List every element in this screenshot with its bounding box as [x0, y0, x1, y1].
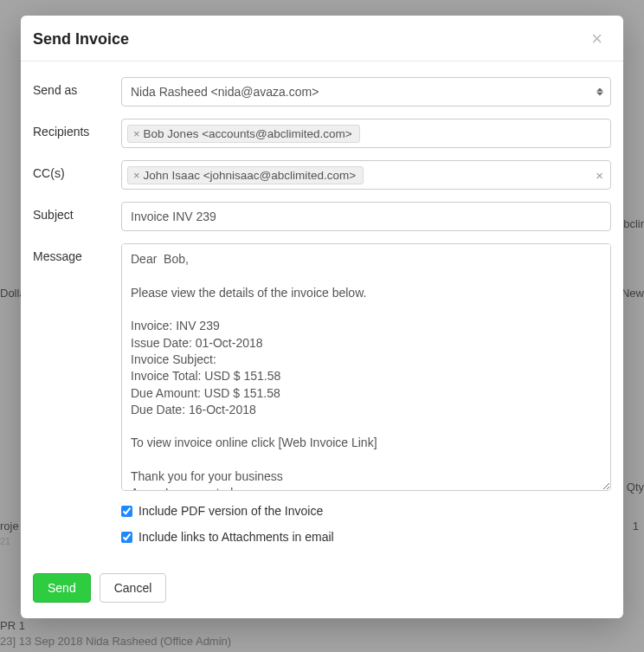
recipient-chip-label: Bob Jones <accounts@abclimited.com>: [144, 127, 352, 140]
modal-header: Send Invoice ×: [21, 16, 623, 61]
send-as-select[interactable]: Nida Rasheed <nida@avaza.com>: [121, 77, 611, 107]
cc-chip: × John Isaac <johnisaac@abclimited.com>: [127, 166, 364, 184]
include-attachments-label[interactable]: Include links to Attachments in email: [138, 530, 334, 544]
cc-label: CC(s): [33, 160, 121, 180]
recipients-label: Recipients: [33, 119, 121, 139]
modal-body: Send as Nida Rasheed <nida@avaza.com> Re…: [21, 61, 623, 549]
send-invoice-modal: Send Invoice × Send as Nida Rasheed <nid…: [21, 16, 623, 618]
subject-label: Subject: [33, 202, 121, 222]
message-label: Message: [33, 243, 121, 263]
subject-input[interactable]: [121, 202, 611, 231]
remove-cc-icon[interactable]: ×: [133, 170, 140, 181]
clear-cc-icon[interactable]: ×: [596, 169, 603, 182]
include-pdf-label[interactable]: Include PDF version of the Invoice: [138, 504, 323, 518]
modal-footer: Send Cancel: [21, 558, 623, 618]
chevron-updown-icon: [596, 88, 603, 96]
include-attachments-checkbox[interactable]: [121, 532, 132, 543]
modal-title: Send Invoice: [33, 30, 129, 48]
cancel-button[interactable]: Cancel: [100, 573, 167, 603]
recipient-chip: × Bob Jones <accounts@abclimited.com>: [127, 125, 360, 143]
send-as-label: Send as: [33, 77, 121, 97]
bg-text: 23] 13 Sep 2018 Nida Rasheed (Office Adm…: [0, 635, 644, 648]
cc-chip-label: John Isaac <johnisaac@abclimited.com>: [144, 169, 357, 182]
send-button[interactable]: Send: [33, 573, 91, 603]
send-as-value: Nida Rasheed <nida@avaza.com>: [131, 85, 319, 99]
recipients-input[interactable]: × Bob Jones <accounts@abclimited.com>: [121, 119, 611, 148]
include-pdf-checkbox[interactable]: [121, 506, 132, 517]
message-textarea[interactable]: [121, 243, 611, 491]
cc-input[interactable]: × John Isaac <johnisaac@abclimited.com> …: [121, 160, 611, 190]
bg-text: PR 1: [0, 619, 644, 632]
remove-recipient-icon[interactable]: ×: [133, 128, 140, 139]
close-icon[interactable]: ×: [588, 29, 606, 48]
